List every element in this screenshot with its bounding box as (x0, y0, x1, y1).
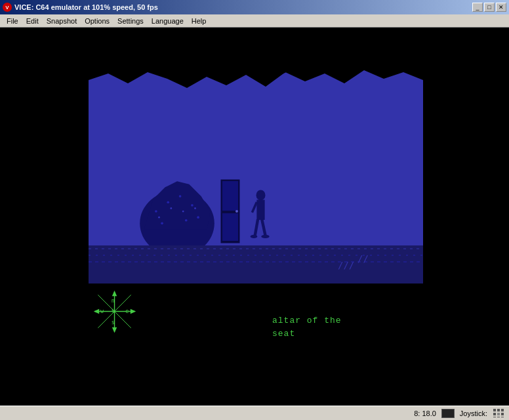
joystick-icon (493, 408, 507, 418)
svg-rect-49 (493, 413, 496, 415)
menu-file[interactable]: File (3, 16, 22, 26)
door (220, 178, 243, 247)
close-button[interactable]: ✕ (496, 3, 506, 12)
title-bar: V VICE: C64 emulator at 101% speed, 50 f… (0, 0, 509, 14)
svg-rect-50 (497, 413, 500, 415)
window-controls: _ □ ✕ (472, 3, 506, 12)
svg-text://: // (357, 253, 369, 264)
svg-line-25 (262, 219, 265, 236)
title-left: V VICE: C64 emulator at 101% speed, 50 f… (3, 3, 158, 12)
menu-help[interactable]: Help (188, 16, 211, 26)
svg-rect-18 (222, 181, 238, 211)
menu-edit[interactable]: Edit (22, 16, 43, 26)
app-icon: V (3, 3, 12, 12)
menu-options[interactable]: Options (81, 16, 113, 26)
svg-rect-53 (497, 417, 500, 417)
window-title: VICE: C64 emulator at 101% speed, 50 fps (14, 3, 158, 11)
svg-point-15 (158, 217, 160, 219)
svg-rect-51 (501, 413, 504, 415)
svg-point-12 (185, 219, 188, 222)
svg-rect-52 (493, 417, 496, 417)
svg-point-6 (155, 210, 157, 213)
svg-point-20 (235, 210, 238, 213)
svg-point-27 (261, 235, 269, 238)
menu-language[interactable]: Language (148, 16, 188, 26)
svg-rect-46 (493, 409, 496, 411)
navigation-compass: n s e w t (92, 289, 138, 335)
cave-ceiling (89, 60, 423, 96)
game-text-line2: seat (272, 327, 342, 341)
menu-snapshot[interactable]: Snapshot (43, 16, 81, 26)
rock-obstacle (138, 175, 216, 247)
svg-point-26 (251, 235, 258, 238)
game-text-display: altar of the seat (272, 314, 342, 340)
svg-marker-37 (112, 291, 117, 296)
svg-text:t: t (112, 308, 115, 314)
svg-point-16 (194, 207, 196, 209)
game-text-line1: altar of the (272, 314, 342, 327)
port-indicator (441, 409, 455, 418)
player-character (249, 188, 272, 247)
svg-marker-38 (112, 327, 117, 333)
joystick-grid (493, 408, 504, 418)
svg-text:s: s (112, 319, 115, 326)
svg-text:e: e (125, 308, 129, 314)
svg-rect-19 (222, 213, 238, 241)
menu-settings[interactable]: Settings (113, 16, 148, 26)
svg-point-9 (191, 204, 193, 207)
svg-rect-22 (256, 200, 264, 220)
svg-point-11 (161, 222, 163, 225)
svg-rect-48 (501, 409, 504, 411)
svg-point-21 (256, 190, 266, 201)
svg-marker-40 (131, 309, 136, 314)
speed-display: 8: 18.0 (414, 410, 436, 417)
svg-point-8 (179, 195, 182, 198)
menu-bar: File Edit Snapshot Options Settings Lang… (0, 14, 509, 28)
svg-rect-47 (497, 409, 500, 411)
svg-marker-39 (94, 309, 99, 314)
svg-marker-5 (144, 181, 211, 229)
svg-text:V: V (5, 5, 9, 10)
svg-point-10 (197, 216, 199, 219)
svg-rect-54 (501, 417, 504, 417)
svg-point-14 (182, 211, 184, 213)
game-viewport: /// // (89, 60, 423, 284)
svg-line-24 (255, 219, 258, 236)
svg-point-7 (167, 201, 169, 203)
svg-text:n: n (112, 297, 115, 304)
ground-texture: /// // (89, 245, 423, 284)
ground-area: /// // (89, 245, 423, 284)
scene-background: /// // (89, 60, 423, 284)
status-bar: 8: 18.0 Joystick: (0, 406, 509, 420)
svg-text:///: /// (338, 260, 354, 270)
joystick-dots (493, 408, 504, 418)
maximize-button[interactable]: □ (484, 3, 495, 12)
minimize-button[interactable]: _ (472, 3, 483, 12)
svg-line-23 (252, 202, 256, 213)
emulator-screen[interactable]: /// // n s e w t altar of the seat (0, 28, 509, 406)
svg-point-13 (170, 207, 172, 209)
joystick-label: Joystick: (460, 410, 487, 417)
